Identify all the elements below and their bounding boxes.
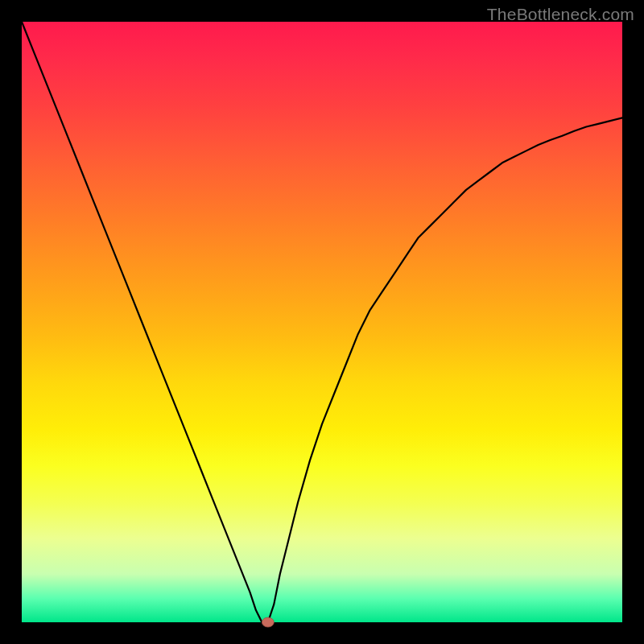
minimum-marker	[262, 617, 274, 627]
bottleneck-curve	[22, 22, 622, 622]
plot-area	[22, 22, 622, 622]
chart-frame: TheBottleneck.com	[0, 0, 644, 644]
watermark-text: TheBottleneck.com	[487, 5, 634, 24]
curve-layer	[22, 22, 622, 622]
